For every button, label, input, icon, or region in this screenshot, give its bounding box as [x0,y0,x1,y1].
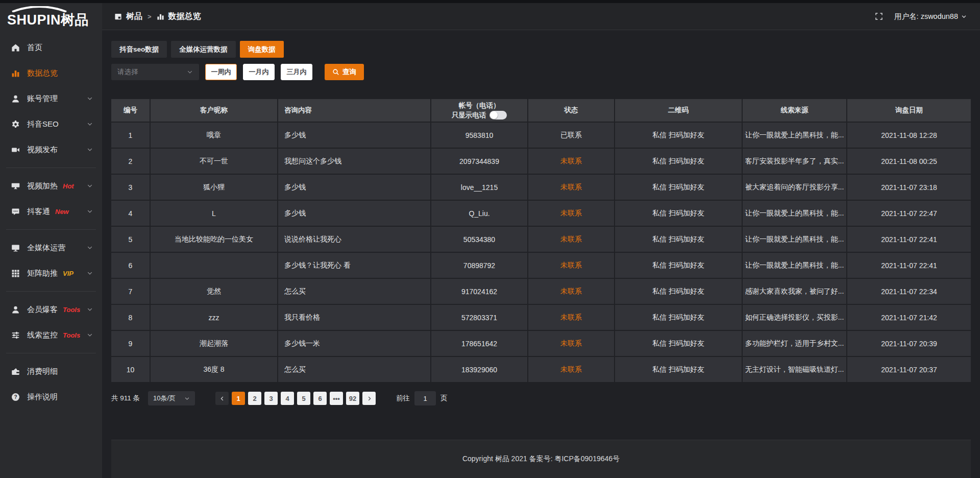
page-size-select[interactable]: 10条/页 [148,391,195,405]
cell-id: 8 [111,305,151,331]
select-placeholder: 请选择 [117,67,138,77]
sidebar: SHUPIN树品 首页数据总览账号管理抖音SEO视频发布视频加热Hot抖客通Ne… [0,3,102,478]
cell-id: 6 [111,253,151,279]
sidebar-item-0-4[interactable]: 视频发布 [0,137,102,162]
cell-source[interactable]: 让你一眼就爱上的黑科技，能... [743,123,847,149]
sidebar-item-4-0[interactable]: 消费明细 [0,358,102,384]
cell-source[interactable]: 让你一眼就爱上的黑科技，能... [743,201,847,227]
prev-page-button[interactable] [215,392,229,405]
cell-account: 9583810 [431,123,528,149]
table-row: 8zzz我只看价格572803371未联系私信 扫码加好友如何正确选择投影仪，买… [111,305,971,331]
cell-source[interactable]: 多功能护栏灯，适用于乡村文... [743,331,847,357]
cell-status: 未联系 [528,253,615,279]
cell-source[interactable]: 让你一眼就爱上的黑科技，能... [743,227,847,253]
tab-2[interactable]: 询盘数据 [240,41,284,58]
chevron-down-icon [87,270,93,276]
cell-qrcode[interactable]: 私信 扫码加好友 [615,357,743,383]
cell-qrcode[interactable]: 私信 扫码加好友 [615,123,743,149]
tab-1[interactable]: 全媒体运营数据 [171,41,236,58]
chevron-down-icon [87,332,93,338]
sidebar-item-1-1[interactable]: 抖客通New [0,199,102,224]
logo-text: SHUPIN树品 [7,12,102,28]
cell-qrcode[interactable]: 私信 扫码加好友 [615,279,743,305]
sidebar-item-2-1[interactable]: 矩阵助推VIP [0,260,102,286]
breadcrumb-root[interactable]: 树品 [126,11,142,22]
sidebar-item-0-0[interactable]: 首页 [0,35,102,60]
next-page-button[interactable] [362,392,376,405]
sidebar-item-0-1[interactable]: 数据总览 [0,60,102,86]
account-select[interactable]: 请选择 [111,64,199,80]
cell-source[interactable]: 如何正确选择投影仪，买投影... [743,305,847,331]
sidebar-item-4-1[interactable]: ?操作说明 [0,384,102,410]
cell-qrcode[interactable]: 私信 扫码加好友 [615,227,743,253]
sidebar-item-0-2[interactable]: 账号管理 [0,86,102,111]
brand-logo: SHUPIN树品 [0,3,102,32]
cell-source[interactable]: 无主灯设计，智能磁吸轨道灯... [743,357,847,383]
cell-status: 未联系 [528,149,615,175]
col-id: 编号 [111,99,151,123]
sidebar-item-0-3[interactable]: 抖音SEO [0,111,102,137]
cell-content: 怎么买 [278,357,431,383]
cell-account: love__1215 [431,175,528,201]
page-button-1[interactable]: 1 [232,392,245,405]
range-button-2[interactable]: 三月内 [281,64,312,80]
cell-source[interactable]: 被大家追着问的客厅投影分享... [743,175,847,201]
query-button-label: 查询 [342,67,356,77]
cell-nickname: 哦章 [151,123,278,149]
fullscreen-icon[interactable] [875,12,883,20]
table-row: 7觉然怎么买917024162未联系私信 扫码加好友感谢大家喜欢我家，被问了好.… [111,279,971,305]
tab-0[interactable]: 抖音seo数据 [111,41,167,58]
table-body: 1哦章多少钱9583810已联系私信 扫码加好友让你一眼就爱上的黑科技，能...… [111,123,971,383]
cell-source[interactable]: 让你一眼就爱上的黑科技，能... [743,253,847,279]
phone-toggle-label: 只显示电话 [452,111,486,120]
sidebar-item-badge: New [55,208,69,216]
page-button-2[interactable]: 2 [248,392,261,405]
cell-id: 5 [111,227,151,253]
page-button-3[interactable]: 3 [264,392,278,405]
cell-nickname: 36度 8 [151,357,278,383]
data-tabs: 抖音seo数据全媒体运营数据询盘数据 [111,41,971,58]
cell-qrcode[interactable]: 私信 扫码加好友 [615,331,743,357]
sidebar-item-2-0[interactable]: 全媒体运营 [0,235,102,260]
svg-text:?: ? [14,394,17,400]
cell-source[interactable]: 感谢大家喜欢我家，被问了好... [743,279,847,305]
cell-nickname: 当地比较能吃的一位美女 [151,227,278,253]
table-header-row: 编号 客户昵称 咨询内容 帐号（电话） 只显示电话 状态 二维码 线索来源 [111,99,971,123]
query-button[interactable]: 查询 [325,64,364,80]
sidebar-item-1-0[interactable]: 视频加热Hot [0,173,102,199]
user-menu[interactable]: 用户名: zswodun88 [894,12,967,21]
cell-status: 未联系 [528,201,615,227]
phone-only-toggle[interactable] [489,111,507,119]
table-row: 9潮起潮落多少钱一米178651642未联系私信 扫码加好友多功能护栏灯，适用于… [111,331,971,357]
more-pages-button[interactable]: ••• [330,392,343,405]
chevron-down-icon [87,121,93,127]
range-button-0[interactable]: 一周内 [205,64,237,80]
cell-source[interactable]: 客厅安装投影半年多了，真实... [743,149,847,175]
sidebar-item-label: 视频加热 [27,181,58,191]
page-button-92[interactable]: 92 [346,392,359,405]
page-button-5[interactable]: 5 [297,392,310,405]
page-button-6[interactable]: 6 [313,392,327,405]
sliders-icon [11,331,20,340]
table-row: 4L多少钱Q_Liu.未联系私信 扫码加好友让你一眼就爱上的黑科技，能...20… [111,201,971,227]
cell-qrcode[interactable]: 私信 扫码加好友 [615,149,743,175]
cell-qrcode[interactable]: 私信 扫码加好友 [615,175,743,201]
cell-account: 917024162 [431,279,528,305]
table-row: 1036度 8怎么买183929060未联系私信 扫码加好友无主灯设计，智能磁吸… [111,357,971,383]
cell-qrcode[interactable]: 私信 扫码加好友 [615,201,743,227]
footer: Copyright 树品 2021 备案号: 粤ICP备09019646号 [111,440,971,478]
cell-qrcode[interactable]: 私信 扫码加好友 [615,253,743,279]
page-button-4[interactable]: 4 [281,392,294,405]
cell-qrcode[interactable]: 私信 扫码加好友 [615,305,743,331]
grid-icon [11,269,20,278]
goto-page-input[interactable] [414,391,436,405]
cell-nickname: zzz [151,305,278,331]
range-button-1[interactable]: 一月内 [243,64,275,80]
sidebar-divider [6,291,96,292]
cell-date: 2021-11-07 22:34 [847,279,971,305]
cell-nickname: 狐小狸 [151,175,278,201]
search-icon [332,68,339,76]
sidebar-item-3-1[interactable]: 线索监控Tools [0,322,102,348]
sidebar-item-3-0[interactable]: 会员爆客Tools [0,297,102,322]
cell-nickname: 觉然 [151,279,278,305]
